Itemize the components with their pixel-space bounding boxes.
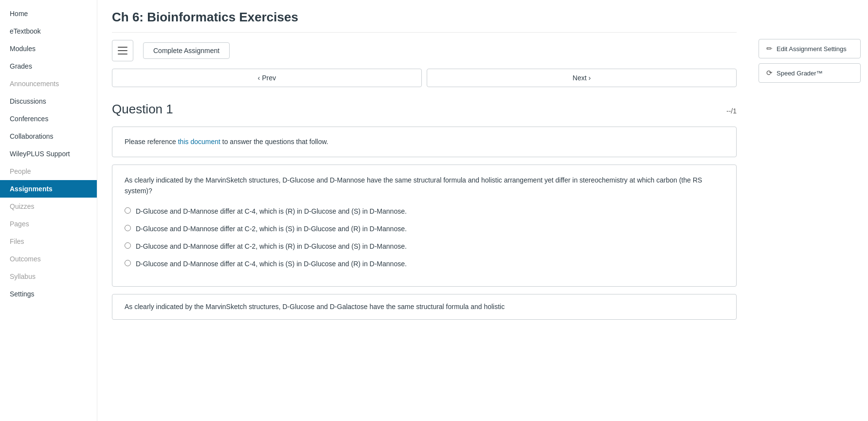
sidebar-item-grades[interactable]: Grades xyxy=(0,57,97,75)
reference-link[interactable]: this document xyxy=(178,138,220,146)
sidebar-item-settings[interactable]: Settings xyxy=(0,285,97,303)
sidebar-item-pages: Pages xyxy=(0,215,97,233)
question-box-bottom: As clearly indicated by the MarvinSketch… xyxy=(112,294,737,320)
toolbar-row: Complete Assignment xyxy=(112,33,737,69)
radio-label-1: D-Glucose and D-Mannose differ at C-4, w… xyxy=(136,206,407,217)
radio-input-2[interactable] xyxy=(125,225,131,231)
reference-suffix: to answer the questions that follow. xyxy=(220,138,328,146)
hamburger-icon-line1 xyxy=(118,47,127,48)
sidebar-item-discussions[interactable]: Discussions xyxy=(0,92,97,110)
reference-prefix: Please reference xyxy=(125,138,178,146)
radio-option-3[interactable]: D-Glucose and D-Mannose differ at C-2, w… xyxy=(125,241,724,252)
question-title: Question 1 xyxy=(112,102,173,117)
prev-button[interactable]: ‹ Prev xyxy=(112,69,422,87)
sidebar-item-modules[interactable]: Modules xyxy=(0,40,97,57)
edit-assignment-button[interactable]: ✏ Edit Assignment Settings xyxy=(759,39,861,58)
sidebar-item-home[interactable]: Home xyxy=(0,5,97,22)
next-button[interactable]: Next › xyxy=(427,69,737,87)
sidebar-item-assignments[interactable]: Assignments xyxy=(0,180,97,198)
sidebar-item-outcomes: Outcomes xyxy=(0,250,97,268)
radio-input-3[interactable] xyxy=(125,242,131,249)
radio-option-4[interactable]: D-Glucose and D-Mannose differ at C-4, w… xyxy=(125,259,724,269)
main-content: Ch 6: Bioinformatics Exercises Complete … xyxy=(97,0,751,421)
question-body: As clearly indicated by the MarvinSketch… xyxy=(125,175,724,197)
radio-label-3: D-Glucose and D-Mannose differ at C-2, w… xyxy=(136,241,407,252)
complete-assignment-button[interactable]: Complete Assignment xyxy=(143,42,230,59)
radio-options: D-Glucose and D-Mannose differ at C-4, w… xyxy=(125,206,724,269)
sidebar-item-people: People xyxy=(0,163,97,180)
pencil-icon: ✏ xyxy=(766,44,773,53)
reference-box: Please reference this document to answer… xyxy=(112,127,737,157)
sidebar-item-conferences[interactable]: Conferences xyxy=(0,110,97,128)
sidebar: HomeeTextbookModulesGradesAnnouncementsD… xyxy=(0,0,97,421)
sidebar-item-collaborations[interactable]: Collaborations xyxy=(0,128,97,145)
radio-label-4: D-Glucose and D-Mannose differ at C-4, w… xyxy=(136,259,407,269)
speed-grader-label: Speed Grader™ xyxy=(777,70,823,77)
sidebar-item-announcements: Announcements xyxy=(0,75,97,92)
radio-input-1[interactable] xyxy=(125,207,131,214)
hamburger-button[interactable] xyxy=(112,40,133,61)
hamburger-icon-line3 xyxy=(118,54,127,55)
speed-grader-button[interactable]: ⟳ Speed Grader™ xyxy=(759,63,861,83)
nav-row: ‹ Prev Next › xyxy=(112,69,737,87)
sidebar-item-wileyplus[interactable]: WileyPLUS Support xyxy=(0,145,97,163)
question-score: --/1 xyxy=(726,107,737,115)
radio-option-2[interactable]: D-Glucose and D-Mannose differ at C-2, w… xyxy=(125,224,724,234)
sidebar-item-etextbook[interactable]: eTextbook xyxy=(0,22,97,40)
radio-option-1[interactable]: D-Glucose and D-Mannose differ at C-4, w… xyxy=(125,206,724,217)
question-answer-box: As clearly indicated by the MarvinSketch… xyxy=(112,165,737,287)
page-title: Ch 6: Bioinformatics Exercises xyxy=(112,0,737,33)
radio-label-2: D-Glucose and D-Mannose differ at C-2, w… xyxy=(136,224,407,234)
right-panel: ✏ Edit Assignment Settings ⟳ Speed Grade… xyxy=(751,0,868,421)
edit-assignment-label: Edit Assignment Settings xyxy=(777,45,847,53)
sidebar-item-quizzes: Quizzes xyxy=(0,198,97,215)
bottom-hint-text: As clearly indicated by the MarvinSketch… xyxy=(125,303,505,311)
radio-input-4[interactable] xyxy=(125,260,131,266)
sidebar-item-files: Files xyxy=(0,233,97,250)
speed-grader-icon: ⟳ xyxy=(766,69,773,77)
question-header: Question 1 --/1 xyxy=(112,102,737,117)
hamburger-icon-line2 xyxy=(118,50,127,51)
sidebar-item-syllabus: Syllabus xyxy=(0,268,97,285)
